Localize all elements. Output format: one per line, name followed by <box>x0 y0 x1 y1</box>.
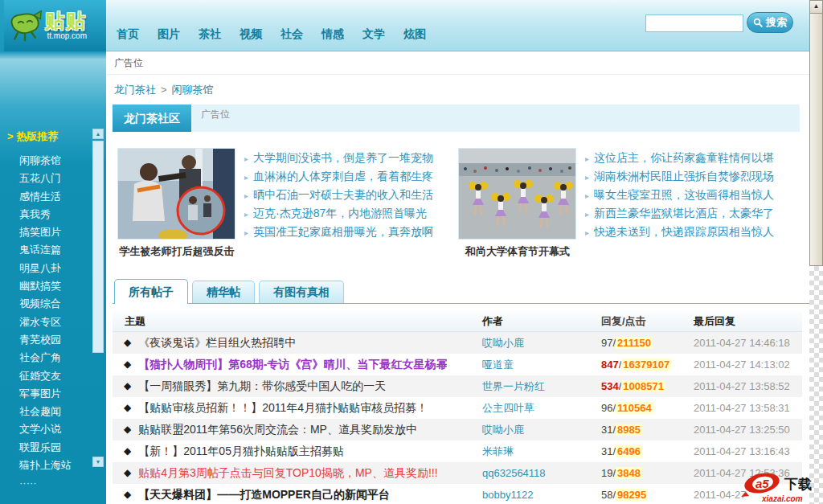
post-author-link[interactable]: bobby1122 <box>482 489 533 501</box>
last-reply-time: 2011-04-27 14:13:02 <box>694 354 802 375</box>
diamond-bullet-icon: ◆ <box>124 332 131 354</box>
news-link[interactable]: 血淋淋的人体穿刺自虐，看着都生疼 <box>253 170 433 182</box>
reply-count: 31 <box>601 424 612 436</box>
news-photo-caption[interactable]: 学生被老师打后超强反击 <box>117 244 236 259</box>
search-button[interactable]: 搜索 <box>747 12 793 33</box>
sidebar-item[interactable]: 五花八门 <box>0 170 93 187</box>
news-section: 学生被老师打后超强反击 ▸大学期间没读书，倒是养了一堆宠物▸血淋淋的人体穿刺自虐… <box>117 148 809 259</box>
sidebar-item[interactable]: ····· <box>0 474 93 492</box>
sidebar-item[interactable]: 幽默搞笑 <box>0 277 93 295</box>
transparency-checkerboard <box>809 266 823 504</box>
news-link[interactable]: 这位店主，你让药家鑫童鞋情何以堪 <box>594 151 774 164</box>
sidebar-item[interactable]: 灌水专区 <box>0 313 93 331</box>
nav-item[interactable]: 炫图 <box>403 27 426 42</box>
click-count: 211150 <box>616 337 653 349</box>
menu-header-marker: > <box>7 130 14 142</box>
news-link[interactable]: 曝女生寝室丑照，这妆画得相当惊人 <box>594 188 774 201</box>
nav-item[interactable]: 社会 <box>280 27 303 42</box>
top-navigation: 首页图片茶社视频社会情感文学炫图 <box>117 27 444 42</box>
scrollbar-thumb[interactable] <box>809 14 823 266</box>
nav-item[interactable]: 首页 <box>117 27 139 42</box>
post-author-link[interactable]: 哎呦小鹿 <box>482 337 524 349</box>
tab[interactable]: 所有帖子 <box>114 279 188 304</box>
nav-item[interactable]: 情感 <box>321 27 344 42</box>
post-author-link[interactable]: qq632564118 <box>482 467 546 479</box>
sidebar-item[interactable]: 真我秀 <box>0 206 93 223</box>
sidebar-scroll-thumb[interactable] <box>92 141 104 353</box>
post-title-link[interactable]: 【一周猫眼秀】第九期：带你感受中国人吃的一天 <box>138 375 386 397</box>
sidebar-menu-items: 闲聊茶馆五花八门感情生活真我秀搞笑图片鬼话连篇明星八卦幽默搞笑视频综合灌水专区青… <box>0 152 93 493</box>
post-title-link[interactable]: 【猫扑人物周刊】第68期-专访《宫》晴川、当下最红女星杨幂 <box>138 354 447 375</box>
nav-item[interactable]: 视频 <box>240 27 262 42</box>
news-photo-caption[interactable]: 和尚大学体育节开幕式 <box>458 244 577 259</box>
post-author-link[interactable]: 哑道童 <box>482 359 514 371</box>
news-link[interactable]: 大学期间没读书，倒是养了一堆宠物 <box>253 151 433 164</box>
svg-text:a5: a5 <box>755 477 769 490</box>
post-author-link[interactable]: 世界一片粉红 <box>482 380 545 392</box>
news-link-line: ▸血淋淋的人体穿刺自虐，看着都生疼 <box>244 167 433 186</box>
arrow-bullet-icon: ▸ <box>585 191 589 200</box>
sidebar-item[interactable]: 感情生活 <box>0 188 93 206</box>
news-photo-2[interactable] <box>458 148 576 240</box>
news-links-2: ▸这位店主，你让药家鑫童鞋情何以堪▸湖南株洲村民阻止强拆自焚惨烈现场▸曝女生寝室… <box>585 148 774 259</box>
sidebar-item[interactable]: 军事图片 <box>0 385 93 403</box>
reply-count: 19 <box>601 467 612 479</box>
sidebar-scroll-down-button[interactable]: ▼ <box>92 457 104 467</box>
news-link[interactable]: 快递未送到，快递跟踪原因相当惊人 <box>594 225 774 238</box>
news-link[interactable]: 新西兰豪华监狱堪比酒店，太豪华了 <box>594 207 774 219</box>
sidebar-item[interactable]: 征婚交友 <box>0 367 93 385</box>
sidebar-item[interactable]: 猫扑上海站 <box>0 457 93 474</box>
post-title-link[interactable]: 【新！】2011年05月猫扑贴贴版主招募贴 <box>138 440 344 462</box>
tab[interactable]: 有图有真相 <box>259 281 344 303</box>
arrow-bullet-icon: ▸ <box>244 191 248 200</box>
news-photo-column-1: 学生被老师打后超强反击 <box>117 148 238 259</box>
news-link[interactable]: 英国准王妃家庭相册曝光，真奔放啊 <box>253 225 433 238</box>
breadcrumb-current-link[interactable]: 闲聊茶馆 <box>172 84 214 96</box>
sidebar-item[interactable]: 明星八卦 <box>0 260 93 277</box>
post-title-link[interactable]: 贴贴联盟2011年第56次周交流会：MP、道具奖励发放中 <box>138 419 417 440</box>
post-title-link[interactable]: 《夜谈鬼话》栏目组火热招聘中 <box>138 332 296 354</box>
post-title-link[interactable]: 贴贴4月第3周帖子点击与回复TOP10揭晓，MP、道具奖励!!! <box>138 462 437 484</box>
main-content: 广告位 龙门茶社>闲聊茶馆 龙门茶社区 广告位 <box>106 51 809 504</box>
sidebar-item[interactable]: 闲聊茶馆 <box>0 152 93 170</box>
forum-page: 首页图片茶社视频社会情感文学炫图 搜索 贴贴 tt.mop.com <box>0 0 823 504</box>
breadcrumb-section-link[interactable]: 龙门茶社 <box>114 84 156 96</box>
post-table: 主题 作者 回复/点击 最后回复 ◆ 《夜谈鬼话》栏目组火热招聘中 哎呦小鹿 9… <box>113 311 802 504</box>
sidebar-item[interactable]: 搞笑图片 <box>0 223 93 241</box>
tab[interactable]: 精华帖 <box>192 281 255 303</box>
sidebar-item[interactable]: 鬼话连篇 <box>0 241 93 259</box>
nav-item[interactable]: 茶社 <box>199 27 221 42</box>
sidebar-item[interactable]: 联盟乐园 <box>0 439 93 457</box>
nav-item[interactable]: 图片 <box>158 27 180 42</box>
diamond-bullet-icon: ◆ <box>124 419 131 440</box>
click-count: 1008571 <box>621 380 665 392</box>
news-link[interactable]: 湖南株洲村民阻止强拆自焚惨烈现场 <box>594 170 774 182</box>
sidebar-item[interactable]: 青芜校园 <box>0 331 93 349</box>
sidebar-item[interactable]: 社会广角 <box>0 349 93 367</box>
post-author-link[interactable]: 公主四叶草 <box>482 402 534 414</box>
sidebar-menu: > 热版推荐 闲聊茶馆五花八门感情生活真我秀搞笑图片鬼话连篇明星八卦幽默搞笑视频… <box>0 129 93 493</box>
news-photo-1[interactable] <box>117 148 235 240</box>
post-row: ◆ 《夜谈鬼话》栏目组火热招聘中 哎呦小鹿 97/211150 2011-04-… <box>113 332 802 354</box>
post-author-link[interactable]: 哎呦小鹿 <box>482 424 524 436</box>
site-logo[interactable]: 贴贴 tt.mop.com <box>4 0 106 51</box>
arrow-bullet-icon: ▸ <box>244 228 248 237</box>
reply-count: 534 <box>601 380 619 392</box>
news-link[interactable]: 迈克·杰克逊87年，内地游照首曝光 <box>253 207 427 219</box>
post-title-link[interactable]: 【贴贴审核员招新！！】2011年4月猫扑贴贴审核员招募！ <box>138 397 428 419</box>
post-table-header: 主题 作者 回复/点击 最后回复 <box>113 311 802 332</box>
sidebar-scroll-up-button[interactable]: ▲ <box>92 129 104 139</box>
news-link[interactable]: 晒中石油一对硕士夫妻的收入和生活 <box>253 188 433 201</box>
post-author-link[interactable]: 米菲琳 <box>482 445 514 457</box>
reply-count: 96 <box>601 402 612 414</box>
arrow-bullet-icon: ▸ <box>585 228 589 237</box>
news-link-line: ▸晒中石油一对硕士夫妻的收入和生活 <box>244 186 433 204</box>
sidebar-item[interactable]: 文学小说 <box>0 420 93 438</box>
nav-item[interactable]: 文学 <box>362 27 385 42</box>
reply-count: 31 <box>601 445 612 457</box>
search-input[interactable] <box>645 14 743 32</box>
post-title-link[interactable]: 【天天爆料团】——打造MOPPER自己的新闻平台 <box>138 484 390 504</box>
sidebar-item[interactable]: 社会趣闻 <box>0 403 93 420</box>
scrollbar-up-icon[interactable]: ▲ <box>809 0 823 14</box>
sidebar-item[interactable]: 视频综合 <box>0 295 93 313</box>
